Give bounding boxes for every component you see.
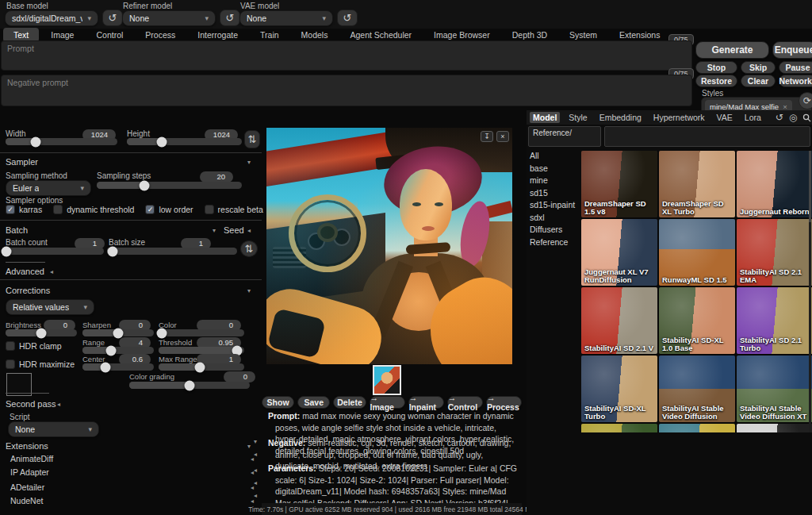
sampling-method-dropdown[interactable]: Euler a▾ [6, 180, 91, 196]
skip-button[interactable]: Skip [741, 61, 776, 74]
collapse-icon[interactable]: ◂ [254, 492, 257, 499]
folder-sdxl[interactable]: sdxl [530, 213, 579, 222]
batch-size-slider[interactable] [107, 248, 237, 255]
model-card[interactable]: DreamShaper SD 1.5 v8 [581, 151, 657, 217]
show-button[interactable]: Show [262, 396, 294, 409]
generated-image[interactable]: ↧ × [266, 128, 512, 364]
hdr-maximize-option[interactable]: HDR maximize [6, 359, 75, 369]
advanced-section-title[interactable]: Advanced [6, 267, 44, 276]
close-image-button[interactable]: × [496, 131, 509, 142]
clear-button[interactable]: Clear [741, 75, 776, 87]
folder-all[interactable]: All [530, 151, 579, 160]
corrections-section-title[interactable]: Corrections [6, 286, 50, 295]
swap-dimensions-button[interactable]: ⇅ [244, 130, 260, 148]
color-slider[interactable] [159, 329, 244, 336]
sampler-section-title[interactable]: Sampler [6, 157, 38, 167]
sharpen-slider[interactable] [82, 329, 154, 336]
swap-batch-button[interactable]: ⇅ [240, 240, 258, 257]
prompt-input[interactable]: Prompt [1, 40, 692, 71]
networks-tab-style[interactable]: Style [565, 112, 590, 123]
pause-button[interactable]: Pause [779, 61, 812, 74]
model-card[interactable]: StabilityAI SD 2.1 EMA [737, 219, 812, 286]
folder-sd15-inpaint[interactable]: sd15-inpaint [530, 200, 579, 209]
width-slider[interactable] [6, 138, 117, 145]
vae-model-refresh-button[interactable]: ↺ [337, 10, 358, 26]
corrections-mode-dropdown[interactable]: Relative values▾ [6, 299, 94, 315]
collapse-icon[interactable]: ◂ [254, 467, 257, 474]
model-card[interactable]: StabilityAI SD-XL Turbo [581, 356, 657, 422]
model-card-grid[interactable]: DreamShaper SD 1.5 v8 DreamShaper SD XL … [581, 151, 812, 432]
details-icon[interactable]: ◎ [789, 113, 797, 122]
model-card[interactable]: StabilityAI Stable Video Diffusion XT [737, 356, 812, 422]
model-card[interactable]: Juggernaut Reborn [737, 151, 812, 217]
range-slider[interactable] [82, 347, 154, 354]
generate-button[interactable]: Generate [695, 41, 769, 59]
networks-description-box[interactable] [604, 126, 810, 147]
sampling-steps-slider[interactable] [97, 182, 242, 189]
restore-button[interactable]: Restore [695, 75, 737, 87]
send-to-inpaint-button[interactable]: → Inpaint [408, 396, 444, 409]
refiner-model-dropdown[interactable]: None▾ [122, 10, 216, 26]
save-button[interactable]: Save [297, 396, 330, 409]
networks-tab-vae[interactable]: VAE [714, 112, 736, 123]
negative-prompt-input[interactable]: Negative prompt [1, 75, 692, 106]
folder-mine[interactable]: mine [530, 175, 579, 185]
collapse-icon[interactable]: ◂ [247, 227, 251, 234]
option-karras[interactable]: ✓karras [6, 205, 42, 214]
send-to-control-button[interactable]: → Control [447, 396, 483, 409]
networks-search-input[interactable]: Reference/ [528, 126, 601, 147]
grid-scrollbar[interactable] [809, 151, 811, 432]
model-card[interactable]: StabilityAI SD 2.1 V [581, 287, 657, 354]
apply-style-button[interactable]: ⟳ [799, 92, 812, 110]
folder-diffusers[interactable]: Diffusers [530, 225, 579, 234]
model-card[interactable] [737, 424, 812, 432]
second-pass-section-title[interactable]: Second pass [6, 399, 56, 409]
refresh-networks-icon[interactable]: ↺ [776, 113, 783, 122]
model-card[interactable]: Juggernaut XL V7 RunDiffusion [581, 219, 657, 286]
model-card[interactable]: StabilityAI SD 2.1 Turbo [737, 287, 812, 354]
script-dropdown[interactable]: None▾ [8, 421, 99, 437]
color-grading-value[interactable]: 0 [224, 371, 255, 382]
folder-reference[interactable]: Reference [530, 237, 579, 247]
model-card[interactable]: RunwayML SD 1.5 [659, 219, 735, 286]
collapse-icon[interactable]: ◂ [254, 479, 257, 486]
networks-button[interactable]: Networks [779, 75, 812, 87]
option-dynamic-threshold[interactable]: dynamic threshold [53, 205, 134, 214]
extensions-section-title[interactable]: Extensions [6, 441, 48, 451]
model-card[interactable] [581, 424, 657, 432]
networks-tab-lora[interactable]: Lora [741, 112, 764, 123]
search-icon[interactable] [802, 113, 811, 122]
model-card[interactable]: StabilityAI Stable Video Diffusion [659, 356, 735, 422]
collapse-icon[interactable]: ▾ [247, 159, 251, 166]
model-card[interactable] [659, 424, 735, 432]
collapse-icon[interactable]: ◂ [50, 268, 53, 275]
folder-sd15[interactable]: sd15 [530, 188, 579, 198]
remove-style-icon[interactable]: × [783, 102, 787, 111]
option-low-order[interactable]: ✓low order [145, 205, 193, 214]
collapse-icon[interactable]: ▾ [254, 438, 257, 445]
send-to-process-button[interactable]: → Process [486, 396, 522, 409]
extension-animatediff[interactable]: AnimateDiff [10, 454, 53, 463]
extension-adetailer[interactable]: ADetailer [10, 482, 44, 492]
extension-nudenet[interactable]: NudeNet [10, 496, 43, 505]
collapse-icon[interactable]: ▾ [247, 443, 251, 450]
option-rescale-beta[interactable]: rescale beta [205, 205, 263, 214]
collapse-icon[interactable]: ▾ [247, 287, 251, 294]
batch-count-slider[interactable] [2, 248, 104, 255]
height-slider[interactable] [127, 138, 242, 145]
download-image-button[interactable]: ↧ [481, 131, 493, 142]
send-to-image-button[interactable]: → Image [370, 396, 405, 409]
networks-tab-embedding[interactable]: Embedding [596, 112, 645, 123]
delete-button[interactable]: Delete [333, 396, 366, 409]
folder-base[interactable]: base [530, 163, 579, 173]
enqueue-button[interactable]: Enqueue [772, 41, 812, 59]
max-range-slider[interactable] [159, 363, 244, 371]
refiner-model-refresh-button[interactable]: ↺ [220, 10, 240, 26]
model-card[interactable]: DreamShaper SD XL Turbo [659, 151, 735, 217]
color-grading-slider[interactable] [129, 382, 250, 389]
collapse-icon[interactable]: ◂ [57, 401, 60, 408]
base-model-refresh-button[interactable]: ↺ [102, 10, 123, 26]
threshold-slider[interactable] [159, 347, 244, 354]
collapse-icon[interactable]: ▾ [213, 227, 216, 234]
vae-model-dropdown[interactable]: None▾ [239, 10, 333, 26]
